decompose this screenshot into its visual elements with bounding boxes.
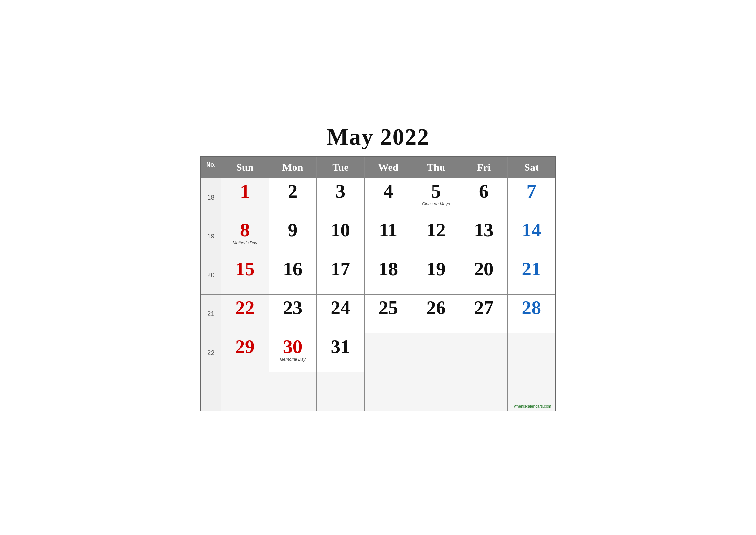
week-row: 222930Memorial Day31 [201,333,555,372]
day-cell[interactable]: 10 [316,217,364,256]
week-number-header: No. [201,156,221,178]
day-cell[interactable]: 2 [269,178,317,217]
calendar-title: May 2022 [201,124,556,151]
header-sun: Sun [221,156,269,178]
day-cell[interactable]: 31 [316,333,364,372]
day-cell[interactable]: 5Cinco de Mayo [412,178,460,217]
day-cell[interactable]: 21 [508,256,555,295]
day-cell[interactable]: 7 [508,178,555,217]
week-number-cell: 20 [201,256,221,295]
day-cell[interactable]: 6 [460,178,508,217]
day-number: 11 [368,220,408,240]
day-number: 22 [225,298,265,317]
day-number: 3 [321,182,361,201]
day-number: 1 [225,182,265,201]
holiday-label: Memorial Day [273,357,312,362]
day-number: 9 [273,220,312,240]
day-number: 26 [416,298,456,317]
week-number-cell: 22 [201,333,221,372]
day-cell[interactable]: 17 [316,256,364,295]
week-number-cell [201,372,221,411]
day-number: 2 [273,182,312,201]
day-cell[interactable]: 14 [508,217,555,256]
day-cell[interactable]: 12 [412,217,460,256]
day-cell[interactable] [316,372,364,411]
day-cell[interactable]: 8Mother's Day [221,217,269,256]
day-cell[interactable]: 26 [412,295,460,333]
week-number-cell: 19 [201,217,221,256]
day-number: 5 [416,182,456,201]
day-cell[interactable]: 15 [221,256,269,295]
day-cell[interactable] [460,372,508,411]
day-number: 21 [512,259,551,278]
day-cell[interactable] [364,333,412,372]
header-fri: Fri [460,156,508,178]
day-cell[interactable]: 11 [364,217,412,256]
day-number: 29 [225,337,265,356]
week-row: wheniscalendars.com [201,372,555,411]
header-mon: Mon [269,156,317,178]
day-number: 16 [273,259,312,278]
day-number: 30 [273,337,312,356]
day-number: 10 [321,220,361,240]
day-number: 13 [464,220,503,240]
day-number: 20 [464,259,503,278]
day-cell[interactable]: 4 [364,178,412,217]
header-tue: Tue [316,156,364,178]
day-number: 8 [225,220,265,240]
day-cell[interactable] [412,372,460,411]
day-cell[interactable]: 9 [269,217,317,256]
day-number: 23 [273,298,312,317]
calendar-container: May 2022 No. Sun Mon Tue Wed Thu Fri Sat… [201,124,556,411]
day-cell[interactable]: 25 [364,295,412,333]
day-cell[interactable]: 22 [221,295,269,333]
day-number: 4 [368,182,408,201]
day-cell[interactable]: 23 [269,295,317,333]
week-row: 198Mother's Day91011121314 [201,217,555,256]
day-cell[interactable] [412,333,460,372]
day-cell[interactable]: 24 [316,295,364,333]
header-thu: Thu [412,156,460,178]
day-cell[interactable] [364,372,412,411]
day-number: 6 [464,182,503,201]
day-number: 7 [512,182,551,201]
day-cell[interactable] [460,333,508,372]
day-number: 24 [321,298,361,317]
day-cell[interactable]: 1 [221,178,269,217]
day-number: 28 [512,298,551,317]
day-cell[interactable]: 13 [460,217,508,256]
week-row: 1812345Cinco de Mayo67 [201,178,555,217]
day-number: 18 [368,259,408,278]
week-row: 2015161718192021 [201,256,555,295]
day-number: 17 [321,259,361,278]
day-cell[interactable]: 27 [460,295,508,333]
calendar-table: No. Sun Mon Tue Wed Thu Fri Sat 1812345C… [201,156,556,411]
watermark[interactable]: wheniscalendars.com [512,403,553,409]
day-cell[interactable]: 20 [460,256,508,295]
day-number: 19 [416,259,456,278]
holiday-label: Cinco de Mayo [416,202,456,206]
day-cell[interactable]: 29 [221,333,269,372]
day-number: 25 [368,298,408,317]
day-number: 15 [225,259,265,278]
week-number-cell: 18 [201,178,221,217]
week-number-cell: 21 [201,295,221,333]
week-row: 2122232425262728 [201,295,555,333]
day-number: 12 [416,220,456,240]
day-cell[interactable]: wheniscalendars.com [508,372,555,411]
day-cell[interactable]: 28 [508,295,555,333]
day-cell[interactable]: 18 [364,256,412,295]
day-cell[interactable]: 16 [269,256,317,295]
header-wed: Wed [364,156,412,178]
header-sat: Sat [508,156,555,178]
holiday-label: Mother's Day [225,240,265,245]
day-cell[interactable] [508,333,555,372]
day-cell[interactable]: 19 [412,256,460,295]
day-number: 31 [321,337,361,356]
header-row: No. Sun Mon Tue Wed Thu Fri Sat [201,156,555,178]
day-cell[interactable]: 30Memorial Day [269,333,317,372]
day-cell[interactable] [269,372,317,411]
day-cell[interactable] [221,372,269,411]
day-cell[interactable]: 3 [316,178,364,217]
day-number: 27 [464,298,503,317]
